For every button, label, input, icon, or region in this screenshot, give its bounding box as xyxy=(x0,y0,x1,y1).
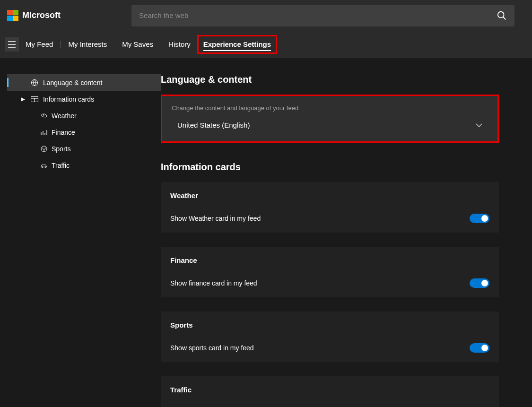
brand-logo[interactable]: Microsoft xyxy=(7,10,61,21)
tab-history[interactable]: History xyxy=(168,38,191,50)
tab-my-interests[interactable]: My Interests xyxy=(69,38,107,50)
svg-point-0 xyxy=(498,11,504,17)
card-finance: Finance Show finance card in my feed xyxy=(161,247,499,297)
chevron-down-icon xyxy=(476,123,482,127)
sidebar-item-language-content[interactable]: Language & content xyxy=(7,74,161,91)
card-sports: Sports Show sports card in my feed xyxy=(161,312,499,362)
traffic-icon xyxy=(40,162,48,169)
hamburger-menu[interactable] xyxy=(5,37,19,52)
sidebar-item-traffic[interactable]: Traffic xyxy=(7,157,161,173)
dropdown-selected-value: United States (English) xyxy=(177,121,250,129)
sidebar-item-information-cards[interactable]: ▶ Information cards xyxy=(7,91,161,107)
card-weather: Weather Show Weather card in my feed xyxy=(161,182,499,233)
chevron-right-icon: ▶ xyxy=(21,96,25,102)
sidebar-item-label: Language & content xyxy=(43,79,102,87)
sidebar-item-sports[interactable]: Sports xyxy=(7,140,161,157)
toggle-weather[interactable] xyxy=(470,214,489,223)
separator: | xyxy=(60,40,61,49)
search-box[interactable] xyxy=(131,5,515,26)
search-input[interactable] xyxy=(139,11,497,19)
card-title: Traffic xyxy=(170,386,489,394)
tabs-row: My Feed | My Interests My Saves History … xyxy=(0,31,532,58)
toggle-sports[interactable] xyxy=(470,343,489,353)
card-title: Sports xyxy=(170,321,489,329)
tab-my-feed[interactable]: My Feed xyxy=(26,38,53,50)
highlight-experience-settings: Experience Settings xyxy=(197,35,277,54)
section-title-info-cards: Information cards xyxy=(161,162,499,173)
sidebar-item-label: Traffic xyxy=(52,162,70,169)
card-traffic: Traffic Show traffic card in my feed xyxy=(161,376,499,407)
tab-my-saves[interactable]: My Saves xyxy=(122,38,153,50)
card-description: Show finance card in my feed xyxy=(170,279,257,287)
card-title: Finance xyxy=(170,256,489,264)
header: Microsoft xyxy=(0,0,532,31)
sidebar-item-label: Sports xyxy=(52,145,70,153)
tab-experience-settings[interactable]: Experience Settings xyxy=(203,38,271,51)
card-title: Weather xyxy=(170,191,489,199)
cards-icon xyxy=(31,96,38,102)
card-description: Show sports card in my feed xyxy=(170,344,254,352)
sidebar-item-label: Finance xyxy=(52,129,75,136)
search-icon[interactable] xyxy=(497,10,507,21)
globe-icon xyxy=(31,79,38,87)
language-description: Change the content and language of your … xyxy=(172,104,488,112)
microsoft-logo-icon xyxy=(7,10,18,21)
language-dropdown[interactable]: United States (English) xyxy=(172,118,488,132)
highlight-language-box: Change the content and language of your … xyxy=(161,95,499,143)
sidebar: Language & content ▶ Information cards W… xyxy=(0,74,161,407)
finance-icon xyxy=(40,129,48,136)
section-title-language: Language & content xyxy=(161,74,499,85)
sidebar-item-label: Information cards xyxy=(43,95,94,103)
svg-line-1 xyxy=(503,17,506,19)
sidebar-item-finance[interactable]: Finance xyxy=(7,124,161,140)
sports-icon xyxy=(40,145,48,153)
main-panel: Language & content Change the content an… xyxy=(161,74,532,407)
brand-text: Microsoft xyxy=(22,10,61,20)
card-description: Show Weather card in my feed xyxy=(170,215,261,222)
weather-icon xyxy=(40,112,48,120)
toggle-finance[interactable] xyxy=(470,278,489,288)
svg-point-15 xyxy=(41,146,47,152)
sidebar-item-label: Weather xyxy=(52,112,77,120)
sidebar-item-weather[interactable]: Weather xyxy=(7,107,161,124)
content: Language & content ▶ Information cards W… xyxy=(0,58,532,407)
